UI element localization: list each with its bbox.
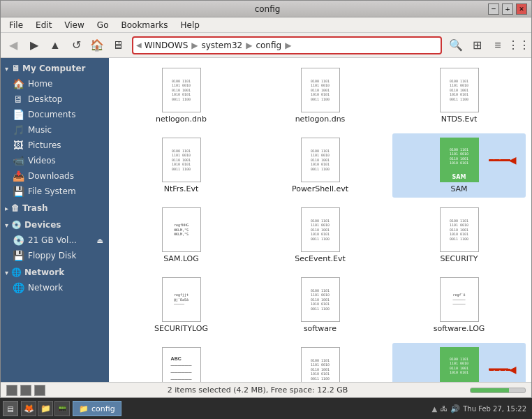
file-icon-9: regfjjt@j`ßa5à─────: [162, 277, 201, 322]
close-button[interactable]: ✕: [516, 3, 527, 15]
minimize-button[interactable]: ─: [488, 3, 499, 15]
file-item-sam[interactable]: 0100 11011101 00100110 10011010 0101 SAM…: [392, 133, 526, 198]
menu-bookmarks[interactable]: Bookmarks: [115, 19, 173, 31]
computer-button[interactable]: 🖥: [108, 36, 128, 55]
file-icon-wrapper-10: 0100 11011101 00100110 10011010 01010011…: [298, 277, 343, 322]
sidebar-item-documents-label: Documents: [28, 110, 75, 119]
sidebar-item-documents[interactable]: 📄 Documents: [1, 107, 109, 122]
file-item-sysevent-evt[interactable]: 0100 11011101 00100110 10011010 01010011…: [253, 343, 387, 382]
file-item-ntfrs-evt[interactable]: 0100 11011101 00100110 10011010 01010011…: [114, 133, 248, 198]
breadcrumb-sep1: ▶: [191, 41, 198, 50]
eject-icon[interactable]: ⏏: [97, 237, 103, 244]
network-icon: 🌐: [12, 282, 24, 293]
file-item-ntds-evt[interactable]: 0100 11011101 00100110 10011010 01010011…: [392, 64, 526, 128]
search-button[interactable]: 🔍: [446, 36, 466, 55]
file-item-software[interactable]: 0100 11011101 00100110 10011010 01010011…: [253, 273, 387, 337]
file-item-netlogon-dnb[interactable]: 0100 11011101 00100110 10011010 01010011…: [114, 64, 248, 128]
taskbar-window-config[interactable]: 📁 config: [73, 401, 121, 416]
up-button[interactable]: ▲: [45, 36, 65, 55]
sidebar-item-downloads[interactable]: 📥 Downloads: [1, 168, 109, 184]
sidebar-item-floppy[interactable]: 💾 Floppy Disk: [1, 248, 109, 263]
view-compact-button[interactable]: ⋮⋮: [509, 36, 529, 55]
file-icon-10: 0100 11011101 00100110 10011010 01010011…: [301, 277, 340, 322]
back-button[interactable]: ◀: [3, 36, 23, 55]
tray-network-icon[interactable]: 🖧: [440, 404, 448, 413]
window-controls: ─ + ✕: [488, 3, 527, 15]
taskbar-menu-icon: ▤: [7, 405, 13, 413]
sidebar-item-home[interactable]: 🏠 Home: [1, 76, 109, 91]
maximize-button[interactable]: +: [502, 3, 513, 15]
documents-icon: 📄: [12, 109, 24, 120]
menu-edit[interactable]: Edit: [30, 19, 57, 31]
file-item-secevent-evt[interactable]: 0100 11011101 00100110 10011010 01010011…: [253, 203, 387, 267]
file-icon-12: ABC──────────────────: [162, 347, 201, 382]
menu-file[interactable]: File: [3, 19, 29, 31]
menu-help[interactable]: Help: [175, 19, 205, 31]
videos-icon: 📹: [12, 155, 24, 166]
taskbar-window-icon: 📁: [79, 404, 89, 413]
file-icon-wrapper-1: 0100 11011101 00100110 10011010 01010011…: [298, 68, 343, 112]
file-icon-3: 0100 11011101 00100110 10011010 01010011…: [162, 138, 201, 182]
sidebar-item-volume-label: 21 GB Vol...: [28, 235, 77, 245]
file-icon-5: 0100 11011101 00100110 10011010 0101 SAM: [440, 138, 479, 182]
sidebar-section-header-network[interactable]: ▾ 🌐 Network: [1, 265, 109, 280]
breadcrumb-system32[interactable]: system32: [199, 41, 246, 50]
view-grid-button[interactable]: ⊞: [467, 36, 487, 55]
file-icon-wrapper-13: 0100 11011101 00100110 10011010 01010011…: [298, 347, 343, 382]
sidebar-item-pictures[interactable]: 🖼 Pictures: [1, 138, 109, 153]
sidebar-mycomputer-label: My Computer: [22, 64, 85, 73]
file-item-software-sav[interactable]: ABC────────────────── software.sav: [114, 343, 248, 382]
menu-view[interactable]: View: [59, 19, 89, 31]
home-button[interactable]: 🏠: [87, 36, 107, 55]
sidebar-item-network-label: Network: [28, 283, 63, 293]
breadcrumb-sep2: ▶: [246, 41, 252, 50]
tray-arrow-icon[interactable]: ▲: [432, 405, 438, 413]
tray-speaker-icon[interactable]: 🔊: [450, 404, 460, 413]
sidebar-trash-label: Trash: [22, 203, 48, 213]
sidebar-item-desktop-label: Desktop: [28, 94, 63, 104]
taskbar-menu-button[interactable]: ▤: [3, 401, 18, 416]
taskbar-icon-2[interactable]: 📁: [38, 401, 53, 416]
breadcrumb-config[interactable]: config: [253, 41, 284, 50]
sam-label: SAM: [441, 173, 478, 181]
reload-button[interactable]: ↺: [66, 36, 86, 55]
file-name-6: SAM.LOG: [163, 254, 199, 263]
file-name-11: software.LOG: [434, 324, 485, 333]
breadcrumb-left-arrow[interactable]: ◀: [136, 41, 142, 49]
sidebar-section-header-devices[interactable]: ▾ 💿 Devices: [1, 217, 109, 233]
sidebar-network-label: Network: [24, 267, 64, 277]
sidebar-trash-icon: 🗑: [11, 203, 20, 213]
view-list-button[interactable]: ≡: [488, 36, 508, 55]
file-item-software-log[interactable]: regf`ö──────────── software.LOG: [392, 273, 526, 337]
sidebar-item-floppy-label: Floppy Disk: [28, 251, 77, 260]
sidebar-item-network[interactable]: 🌐 Network: [1, 280, 109, 295]
sidebar-section-header-trash[interactable]: ▸ 🗑 Trash: [1, 200, 109, 216]
file-item-sam-log[interactable]: regfHHGHKLM,"SHKLM,"S SAM.LOG: [114, 203, 248, 267]
sidebar-item-videos[interactable]: 📹 Videos: [1, 153, 109, 168]
sidebar-item-desktop[interactable]: 🖥 Desktop: [1, 91, 109, 107]
sidebar-item-volume[interactable]: 💿 21 GB Vol... ⏏: [1, 233, 109, 248]
statusbar: 2 items selected (4.2 MB), Free space: 1…: [1, 382, 531, 397]
taskbar-icon-3[interactable]: 📟: [54, 401, 70, 416]
forward-button[interactable]: ▶: [24, 36, 44, 55]
floppy-icon: 💾: [12, 250, 24, 261]
file-item-security[interactable]: 0100 11011101 00100110 10011010 01010011…: [392, 203, 526, 267]
file-item-system[interactable]: 0100 11011101 00100110 10011010 0101 sys…: [392, 343, 526, 382]
sidebar-section-header-mycomputer[interactable]: ▾ 🖥 My Computer: [1, 61, 109, 76]
sidebar-item-music-label: Music: [28, 125, 52, 135]
sidebar-item-music[interactable]: 🎵 Music: [1, 122, 109, 138]
file-name-5: SAM: [450, 184, 467, 193]
file-item-powershell-evt[interactable]: 0100 11011101 00100110 10011010 01010011…: [253, 133, 387, 198]
menu-go[interactable]: Go: [91, 19, 114, 31]
sidebar-item-filesystem[interactable]: 💾 File System: [1, 184, 109, 199]
file-icon-wrapper-12: ABC──────────────────: [159, 347, 204, 382]
breadcrumb-windows[interactable]: WINDOWS: [142, 41, 191, 50]
file-item-securitylog[interactable]: regfjjt@j`ßa5à───── SECURITYLOG: [114, 273, 248, 337]
breadcrumb-sep3: ▶: [285, 41, 291, 50]
taskbar-icon-1[interactable]: 🦊: [21, 401, 36, 416]
file-area[interactable]: 0100 11011101 00100110 10011010 01010011…: [109, 58, 531, 382]
file-item-netlogon-dns[interactable]: 0100 11011101 00100110 10011010 01010011…: [253, 64, 387, 128]
taskbar-window-label: config: [91, 404, 115, 413]
sidebar: ▾ 🖥 My Computer 🏠 Home 🖥 Desktop 📄 Docum…: [1, 58, 109, 382]
file-icon-wrapper-3: 0100 11011101 00100110 10011010 01010011…: [159, 138, 204, 182]
